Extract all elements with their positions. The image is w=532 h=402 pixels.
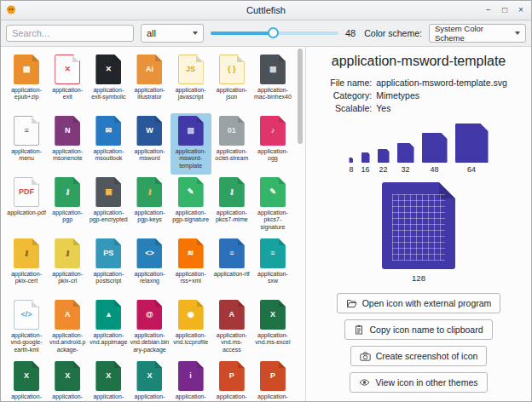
- application-vnd.ms-access-icon: A: [219, 300, 245, 330]
- icon-grid-item[interactable]: ✎application-pkcs7-signature: [252, 175, 293, 236]
- icon-preview-48: [422, 133, 448, 163]
- icon-grid-item[interactable]: ⚷application-pkcs7-mime: [211, 175, 252, 236]
- icon-grid-item[interactable]: Xapplication-vnd.ms-excel.sheet.bi: [47, 359, 88, 401]
- scrollbar-thumb[interactable]: [298, 49, 303, 144]
- icon-grid-item[interactable]: Papplication-vnd.ms-powerpoint: [211, 359, 252, 401]
- application-ogg-icon: ♪: [260, 116, 286, 146]
- icon-preview-8: [349, 158, 353, 163]
- icon-grid-item[interactable]: <>application-relaxng: [129, 236, 170, 297]
- clipboard-button[interactable]: Copy icon name to clipboard: [344, 319, 492, 340]
- field-label: File name:: [330, 78, 372, 88]
- folded-corner: [238, 177, 245, 184]
- large-size-label: 128: [412, 273, 425, 283]
- size-preview-8: 8: [349, 158, 353, 174]
- category-dropdown[interactable]: all: [141, 24, 204, 43]
- search-input[interactable]: [6, 25, 134, 42]
- minimize-button[interactable]: −: [482, 3, 495, 17]
- icon-grid-item[interactable]: ◉application-vnd.iccprofile: [171, 297, 211, 359]
- icon-grid: ▤application-epub+zip✕application-exit✕a…: [6, 52, 293, 401]
- icon-grid-item[interactable]: PDFapplication-pdf: [6, 175, 47, 236]
- application-msword-icon: W: [136, 116, 162, 146]
- icon-grid-item[interactable]: Xapplication-vnd.ms-excel.templat: [129, 359, 170, 401]
- open-external-button[interactable]: Open icon with external program: [337, 293, 501, 313]
- icon-label: application-vnd.android.package-: [47, 332, 88, 353]
- icon-grid-item[interactable]: ≡application-menu: [6, 113, 47, 175]
- icon-grid-item[interactable]: @application-vnd.debian.binary-package: [129, 297, 170, 359]
- toolbar: all 48 Color scheme: System Color Scheme: [1, 20, 531, 47]
- size-label: 64: [467, 165, 476, 174]
- icon-label: application-pkcs7-mime: [211, 210, 252, 224]
- icon-grid-item[interactable]: PSapplication-postscript: [88, 236, 129, 297]
- application-vnd.debian.binary-package-icon: @: [136, 300, 162, 330]
- button-label: Create screenshot of icon: [376, 351, 478, 361]
- icon-grid-item[interactable]: Xapplication-vnd.ms-excel: [252, 297, 293, 359]
- close-button[interactable]: ×: [514, 3, 528, 17]
- folded-corner: [197, 238, 204, 245]
- icon-grid-item[interactable]: { }application-json: [211, 52, 252, 113]
- icon-grid-item[interactable]: ♪application-ogg: [252, 113, 293, 175]
- folded-corner: [114, 177, 121, 184]
- icon-grid-item[interactable]: ▤application-msword-template: [171, 113, 211, 175]
- maximize-button[interactable]: □: [498, 3, 512, 17]
- application-postscript-icon: PS: [95, 238, 121, 268]
- icon-grid-item[interactable]: </>application-vnd-google-earth-kml: [6, 297, 47, 359]
- eye-button[interactable]: View icon in other themes: [350, 372, 487, 393]
- icon-grid-item[interactable]: Xapplication-vnd.ms-excel.sheet.m: [88, 359, 129, 401]
- icon-glyph: ◉: [188, 311, 194, 319]
- icon-grid-item[interactable]: iapplication-vnd.ms-infopath: [171, 359, 211, 401]
- icon-grid-item[interactable]: Aapplication-vnd.ms-access: [211, 297, 252, 359]
- icon-grid-item[interactable]: ▲application-vnd.appimage: [88, 297, 129, 359]
- icon-grid-item[interactable]: Aiapplication-illustrator: [129, 52, 170, 113]
- icon-grid-item[interactable]: Wapplication-msword: [129, 113, 170, 175]
- icon-grid-item[interactable]: ▦application-mac-binhex40: [252, 52, 293, 113]
- icon-grid-item[interactable]: Napplication-msonenote: [47, 113, 88, 175]
- icon-grid-item[interactable]: ⚷application-pkix-cert: [6, 236, 47, 297]
- icon-glyph: X: [65, 372, 70, 380]
- icon-glyph: ▤: [23, 66, 31, 73]
- icon-grid-item[interactable]: ✉application-msoutlook: [88, 113, 129, 175]
- folded-corner: [72, 55, 79, 62]
- titlebar[interactable]: Cuttlefish − □ ×: [1, 1, 531, 20]
- icon-glyph: N: [65, 127, 71, 135]
- icon-grid-item[interactable]: ▣application-pgp-encrypted: [88, 175, 129, 236]
- icon-grid-item[interactable]: ⚷application-pgp-keys: [129, 175, 170, 236]
- icon-label: application-vnd-google-earth-kml: [6, 332, 47, 353]
- icon-grid-item[interactable]: ≋application-rss+xml: [171, 236, 211, 297]
- icon-grid-item[interactable]: ≡application-rtf: [211, 236, 252, 297]
- icon-label: application-sxw: [252, 271, 293, 285]
- icon-glyph: ≋: [188, 250, 194, 257]
- icon-grid-item[interactable]: Papplication-vnd.ms-powerpoint.a: [252, 359, 293, 401]
- icon-label: application-pgp-encrypted: [88, 210, 129, 224]
- icon-grid-item[interactable]: ≡application-sxw: [252, 236, 293, 297]
- button-label: View icon in other themes: [375, 377, 477, 388]
- icon-grid-item[interactable]: 01application-octet-stream: [211, 113, 252, 175]
- scrollbar[interactable]: [298, 49, 303, 399]
- chevron-down-icon: [193, 32, 198, 35]
- icon-grid-item[interactable]: Aapplication-vnd.android.package-: [47, 297, 88, 359]
- folded-corner: [238, 300, 245, 307]
- icon-label: application-exit-symbolic: [88, 87, 129, 101]
- icon-grid-item[interactable]: Xapplication-vnd.ms-excel.addin.m: [6, 359, 47, 401]
- icon-grid-item[interactable]: ⚷application-pkix-crl: [47, 236, 88, 297]
- icon-grid-item[interactable]: ✕application-exit-symbolic: [88, 52, 129, 113]
- folded-corner: [155, 177, 162, 184]
- icon-grid-item[interactable]: ✕application-exit: [47, 52, 88, 113]
- icon-preview-32: [397, 143, 414, 163]
- icon-size-slider[interactable]: [211, 24, 338, 43]
- application-menu-icon: ≡: [14, 116, 39, 146]
- field-value: Yes: [376, 103, 506, 113]
- icon-label: application-vnd.ms-excel.templat: [129, 393, 170, 401]
- icon-grid-item[interactable]: ✎application-pgp-signature: [171, 175, 211, 236]
- color-scheme-dropdown[interactable]: System Color Scheme: [429, 24, 526, 43]
- application-vnd.android.package--icon: A: [55, 300, 80, 330]
- application-vnd.ms-powerpoint.a-icon: P: [260, 361, 286, 391]
- clipboard-icon: [354, 324, 364, 335]
- icon-grid-item[interactable]: ▤application-epub+zip: [6, 52, 47, 113]
- icon-glyph: { }: [228, 66, 236, 73]
- folded-corner: [114, 300, 121, 307]
- camera-button[interactable]: Create screenshot of icon: [350, 346, 488, 366]
- icon-grid-item[interactable]: ⚷application-pgp: [47, 175, 88, 236]
- slider-handle[interactable]: [268, 27, 279, 38]
- button-label: Copy icon name to clipboard: [369, 324, 483, 335]
- icon-grid-item[interactable]: JSapplication-javascript: [171, 52, 211, 113]
